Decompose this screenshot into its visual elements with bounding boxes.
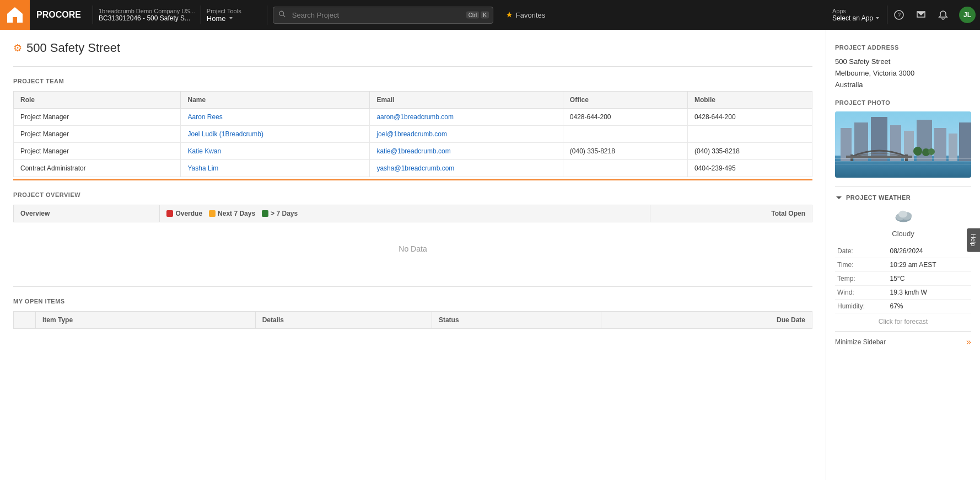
weather-condition: Cloudy bbox=[835, 230, 971, 238]
open-items-table: Item Type Details Status Due Date bbox=[13, 311, 812, 329]
project-photo bbox=[835, 111, 971, 178]
weather-label: Time: bbox=[835, 258, 887, 272]
svg-rect-19 bbox=[846, 156, 912, 158]
weather-collapse-btn[interactable]: PROJECT WEATHER bbox=[835, 194, 971, 201]
project-photo-title: PROJECT PHOTO bbox=[835, 99, 971, 106]
search-icon bbox=[278, 10, 286, 20]
weather-row: Time: 10:29 am AEST bbox=[835, 258, 971, 272]
cell-role: Project Manager bbox=[14, 126, 181, 143]
col-status: Status bbox=[432, 312, 601, 329]
svg-point-1 bbox=[279, 11, 284, 15]
overdue-label: Overdue bbox=[175, 210, 202, 217]
weather-row: Date: 08/26/2024 bbox=[835, 244, 971, 258]
weather-table: Date: 08/26/2024 Time: 10:29 am AEST Tem… bbox=[835, 244, 971, 313]
procore-logo: PROCORE bbox=[30, 8, 93, 22]
my-open-items-header: MY OPEN ITEMS bbox=[13, 298, 812, 305]
breadcrumb-company: 1breadcrumb Demo Company US... bbox=[99, 8, 195, 14]
project-overview-table: Overview Overdue Next 7 Days bbox=[13, 205, 812, 275]
project-address-title: PROJECT ADDRESS bbox=[835, 44, 971, 51]
svg-point-22 bbox=[928, 148, 935, 155]
project-team-header: PROJECT TEAM bbox=[13, 78, 812, 84]
minimize-arrows-icon[interactable]: » bbox=[966, 337, 971, 347]
overview-col: Overview bbox=[14, 205, 160, 222]
over7-label: > 7 Days bbox=[271, 210, 298, 217]
breadcrumb-selector[interactable]: 1breadcrumb Demo Company US... BC3130120… bbox=[93, 6, 201, 24]
minimize-sidebar-section: Minimize Sidebar » bbox=[835, 331, 971, 347]
favorites-button[interactable]: Favorites bbox=[499, 11, 552, 19]
avatar[interactable]: JL bbox=[959, 7, 976, 23]
cell-mobile: (040) 335-8218 bbox=[687, 143, 812, 160]
svg-text:?: ? bbox=[898, 12, 901, 18]
address-line1: 500 Safety Street bbox=[835, 57, 890, 66]
cell-role: Project Manager bbox=[14, 109, 181, 126]
weather-section: PROJECT WEATHER Cloudy Date: 08/26/2024 … bbox=[835, 186, 971, 326]
table-row: Contract Administrator Yasha Lim yasha@1… bbox=[14, 160, 812, 177]
svg-text:PROCORE: PROCORE bbox=[36, 10, 81, 19]
project-overview-header: PROJECT OVERVIEW bbox=[13, 191, 812, 198]
home-button[interactable] bbox=[0, 0, 30, 30]
weather-value: 15°C bbox=[887, 272, 971, 286]
weather-row: Temp: 15°C bbox=[835, 272, 971, 286]
cell-email[interactable]: katie@1breadcrumb.com bbox=[370, 143, 563, 160]
cell-name[interactable]: Yasha Lim bbox=[181, 160, 370, 177]
cell-name[interactable]: Katie Kwan bbox=[181, 143, 370, 160]
weather-label: Wind: bbox=[835, 286, 887, 300]
next7-dot bbox=[209, 210, 216, 217]
weather-row: Humidity: 67% bbox=[835, 300, 971, 313]
weather-section-title: PROJECT WEATHER bbox=[846, 194, 911, 201]
cell-email[interactable]: yasha@1breadcrumb.com bbox=[370, 160, 563, 177]
apps-label: Apps bbox=[832, 8, 880, 14]
svg-rect-14 bbox=[949, 134, 957, 161]
col-checkbox bbox=[14, 312, 36, 329]
project-tools-label: Project Tools bbox=[207, 8, 261, 14]
project-tools-selector[interactable]: Project Tools Home bbox=[201, 6, 267, 25]
apps-value: Select an App bbox=[832, 14, 880, 22]
weather-icon bbox=[835, 207, 971, 226]
col-details: Details bbox=[255, 312, 432, 329]
settings-icon[interactable]: ⚙ bbox=[13, 42, 22, 54]
cell-role: Project Manager bbox=[14, 143, 181, 160]
table-row: Project Manager Katie Kwan katie@1breadc… bbox=[14, 143, 812, 160]
forecast-link[interactable]: Click for forecast bbox=[835, 313, 971, 326]
svg-point-20 bbox=[913, 147, 922, 156]
cell-mobile: 0404-239-495 bbox=[687, 160, 812, 177]
col-email: Email bbox=[370, 92, 563, 109]
no-data-cell: No Data bbox=[14, 222, 812, 276]
cell-email[interactable]: aaron@1breadcrumb.com bbox=[370, 109, 563, 126]
col-role: Role bbox=[14, 92, 181, 109]
col-item-type: Item Type bbox=[36, 312, 256, 329]
table-row: Project Manager Joel Ludik (1Breadcrumb)… bbox=[14, 126, 812, 143]
divider-2 bbox=[13, 286, 812, 287]
weather-value: 10:29 am AEST bbox=[887, 258, 971, 272]
team-table-header-row: Role Name Email Office Mobile bbox=[14, 92, 812, 109]
search-input[interactable] bbox=[273, 7, 493, 24]
help-tab[interactable]: Help bbox=[967, 228, 980, 252]
legend-next7: Next 7 Days bbox=[209, 210, 255, 217]
legend-over7: > 7 Days bbox=[262, 210, 298, 217]
page-title: 500 Safety Street bbox=[26, 41, 120, 55]
breadcrumb-project: BC313012046 - 500 Safety S... bbox=[99, 14, 195, 22]
table-row: Project Manager Aaron Rees aaron@1breadc… bbox=[14, 109, 812, 126]
cell-mobile: 0428-644-200 bbox=[687, 109, 812, 126]
cell-name[interactable]: Joel Ludik (1Breadcrumb) bbox=[181, 126, 370, 143]
notifications-icon-btn[interactable] bbox=[933, 0, 954, 30]
favorites-label: Favorites bbox=[516, 11, 545, 19]
legend-overdue: Overdue bbox=[166, 210, 202, 217]
messages-icon-btn[interactable] bbox=[911, 0, 931, 30]
divider-1 bbox=[13, 66, 812, 67]
help-icon-btn[interactable]: ? bbox=[889, 0, 909, 30]
cell-mobile bbox=[687, 126, 812, 143]
svg-rect-25 bbox=[835, 164, 971, 165]
sidebar: PROJECT ADDRESS 500 Safety Street Melbou… bbox=[826, 30, 980, 480]
no-data-row: No Data bbox=[14, 222, 812, 276]
divider-orange bbox=[13, 179, 812, 180]
svg-point-29 bbox=[898, 211, 907, 218]
svg-rect-9 bbox=[871, 117, 887, 161]
apps-selector[interactable]: Apps Select an App bbox=[826, 6, 887, 24]
weather-label: Temp: bbox=[835, 272, 887, 286]
minimize-sidebar-button[interactable]: Minimize Sidebar bbox=[835, 338, 886, 346]
cell-name[interactable]: Aaron Rees bbox=[181, 109, 370, 126]
search-shortcut: Ctrl K bbox=[466, 12, 489, 19]
address-line2: Melbourne, Victoria 3000 bbox=[835, 69, 914, 77]
cell-email[interactable]: joel@1breadcrumb.com bbox=[370, 126, 563, 143]
